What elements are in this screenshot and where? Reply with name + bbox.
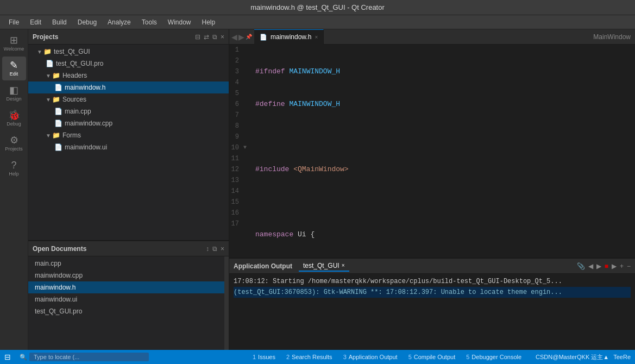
activity-welcome[interactable]: ⊞ Welcome xyxy=(2,32,26,55)
arrow-forms: ▼ xyxy=(46,133,51,139)
doc-item-pro[interactable]: test_Qt_GUI.pro xyxy=(28,305,224,317)
activity-design[interactable]: ◧ Design xyxy=(2,81,26,105)
menu-analyze[interactable]: Analyze xyxy=(103,17,135,27)
menu-help[interactable]: Help xyxy=(198,17,220,27)
tree-item-mainwindow-cpp[interactable]: 📄 mainwindow.cpp xyxy=(28,117,229,129)
search-magnifier-icon: 🔍 xyxy=(20,354,27,361)
tree-item-mainwindow-ui[interactable]: 📄 mainwindow.ui xyxy=(28,141,229,153)
status-tab-search-results[interactable]: 2 Search Results xyxy=(281,350,338,364)
menu-build[interactable]: Build xyxy=(48,17,71,27)
activity-edit[interactable]: ✎ Edit xyxy=(2,57,26,80)
output-attach-icon[interactable]: 📎 xyxy=(577,262,585,270)
activity-design-label: Design xyxy=(6,96,21,102)
nav-back-icon[interactable]: ◀ xyxy=(231,33,237,41)
output-panel-title: Application Output xyxy=(234,262,292,270)
label-mainwindow-ui: mainwindow.ui xyxy=(65,143,107,151)
tree-item-root[interactable]: ▼ 📁 test_Qt_GUI xyxy=(28,46,229,58)
tab-close-icon[interactable]: × xyxy=(315,34,318,40)
output-next-icon[interactable]: ▶ xyxy=(596,262,601,270)
right-panel: ◀ ▶ 📌 📄 mainwindow.h × MainWindow 1 2 3 … xyxy=(229,29,635,350)
close-panel-icon[interactable]: × xyxy=(221,33,224,41)
status-left: ⊟ xyxy=(4,353,11,361)
debugger-num: 5 xyxy=(466,354,469,360)
status-tab-compile[interactable]: 5 Compile Output xyxy=(403,350,461,364)
ln-2: 2 xyxy=(229,55,247,66)
status-tab-issues[interactable]: 1 Issues xyxy=(247,350,281,364)
menu-file[interactable]: File xyxy=(4,17,23,27)
editor-tabs-bar: ◀ ▶ 📌 📄 mainwindow.h × MainWindow xyxy=(229,29,635,45)
open-docs-header: Open Documents ↕ ⧉ × xyxy=(28,241,229,256)
breadcrumb-area: MainWindow xyxy=(593,33,635,41)
projects-title: Projects xyxy=(33,33,58,41)
code-line-3 xyxy=(255,131,631,142)
output-run-icon[interactable]: ▶ xyxy=(612,262,617,270)
output-content: 17:08:12: Starting /home/masterqkk/works… xyxy=(229,274,635,350)
issues-num: 1 xyxy=(253,354,256,360)
output-stop-icon[interactable]: ■ xyxy=(605,262,608,270)
activity-debug[interactable]: 🐞 Debug xyxy=(2,106,26,130)
menu-debug[interactable]: Debug xyxy=(73,17,101,27)
ln-16: 16 xyxy=(229,208,247,218)
output-tab-close[interactable]: × xyxy=(342,262,345,268)
doc-item-mainwindow-ui[interactable]: mainwindow.ui xyxy=(28,293,224,305)
activity-debug-label: Debug xyxy=(7,121,21,127)
status-tab-debugger[interactable]: 5 Debugger Console xyxy=(461,350,527,364)
status-right: CSDN@MasterQKK 运主▲ TeeRe xyxy=(536,353,631,361)
main-layout: ⊞ Welcome ✎ Edit ◧ Design 🐞 Debug ⚙ Proj… xyxy=(0,29,635,350)
filter-icon[interactable]: ⊟ xyxy=(195,33,200,41)
split-icon[interactable]: ⧉ xyxy=(212,33,217,41)
output-prev-icon[interactable]: ◀ xyxy=(588,262,593,270)
nav-forward-icon[interactable]: ▶ xyxy=(238,33,244,41)
doc-item-mainwindow-cpp[interactable]: mainwindow.cpp xyxy=(28,269,224,281)
ln-14: 14 xyxy=(229,186,247,197)
menu-window[interactable]: Window xyxy=(164,17,196,27)
projects-tree: ▼ 📁 test_Qt_GUI 📄 test_Qt_GUI.pro ▼ 📁 He… xyxy=(28,45,229,240)
search-input[interactable] xyxy=(29,353,149,361)
menu-tools[interactable]: Tools xyxy=(137,17,161,27)
menu-edit[interactable]: Edit xyxy=(26,17,46,27)
tab-mainwindow-h[interactable]: 📄 mainwindow.h × xyxy=(254,29,324,45)
tree-item-pro[interactable]: 📄 test_Qt_GUI.pro xyxy=(28,58,229,70)
output-tab-app[interactable]: test_Qt_GUI × xyxy=(299,261,349,272)
sync-icon[interactable]: ⇄ xyxy=(204,33,209,41)
label-headers: Headers xyxy=(62,72,87,79)
output-line-1-text: 17:08:12: Starting /home/masterqkk/works… xyxy=(234,278,562,285)
output-minus-icon[interactable]: − xyxy=(627,262,631,270)
ln-11: 11 xyxy=(229,153,247,164)
nav-pin-icon[interactable]: 📌 xyxy=(246,34,252,40)
label-mainwindow-h: mainwindow.h xyxy=(65,84,105,91)
projects-header-icons: ⊟ ⇄ ⧉ × xyxy=(195,33,224,41)
open-docs-sort-icon[interactable]: ↕ xyxy=(206,245,209,253)
doc-item-main-cpp[interactable]: main.cpp xyxy=(28,258,224,269)
tree-item-main-cpp[interactable]: 📄 main.cpp xyxy=(28,105,229,117)
tree-item-sources[interactable]: ▼ 📁 Sources xyxy=(28,93,229,105)
code-content[interactable]: #ifndef MAINWINDOW_H #define MAINWINDOW_… xyxy=(251,45,635,258)
ln-5: 5 xyxy=(229,88,247,99)
status-tabs: 1 Issues 2 Search Results 3 Application … xyxy=(247,350,527,364)
output-line-1: 17:08:12: Starting /home/masterqkk/works… xyxy=(234,276,631,287)
output-add-icon[interactable]: + xyxy=(620,262,624,270)
open-docs-close-icon[interactable]: × xyxy=(221,245,224,253)
open-docs-split-icon[interactable]: ⧉ xyxy=(212,245,217,253)
tree-item-forms[interactable]: ▼ 📁 Forms xyxy=(28,129,229,141)
ln-17: 17 xyxy=(229,218,247,229)
menu-bar: File Edit Build Debug Analyze Tools Wind… xyxy=(0,15,635,29)
tree-item-headers[interactable]: ▼ 📁 Headers xyxy=(28,70,229,81)
activity-welcome-label: Welcome xyxy=(4,46,24,52)
open-docs-scrollbar[interactable] xyxy=(224,256,229,350)
editor-area[interactable]: 1 2 3 4 5 6 7 8 9 10▼ 11 12 13 14 15 16 … xyxy=(229,45,635,258)
tree-item-mainwindow-h[interactable]: 📄 mainwindow.h xyxy=(28,81,229,93)
ln-4: 4 xyxy=(229,77,247,88)
ln-9: 9 xyxy=(229,131,247,142)
design-icon: ◧ xyxy=(9,85,18,95)
activity-help[interactable]: ? Help xyxy=(2,156,26,180)
activity-projects-label: Projects xyxy=(5,146,23,152)
issues-label: Issues xyxy=(258,354,275,360)
projects-icon: ⚙ xyxy=(10,135,18,145)
icon-pro: 📄 xyxy=(46,60,54,67)
status-tab-app-output[interactable]: 3 Application Output xyxy=(338,350,403,364)
activity-projects[interactable]: ⚙ Projects xyxy=(2,131,26,155)
doc-item-mainwindow-h[interactable]: mainwindow.h xyxy=(28,281,224,293)
doc-label-pro: test_Qt_GUI.pro xyxy=(35,307,82,315)
ln-12: 12 xyxy=(229,164,247,175)
